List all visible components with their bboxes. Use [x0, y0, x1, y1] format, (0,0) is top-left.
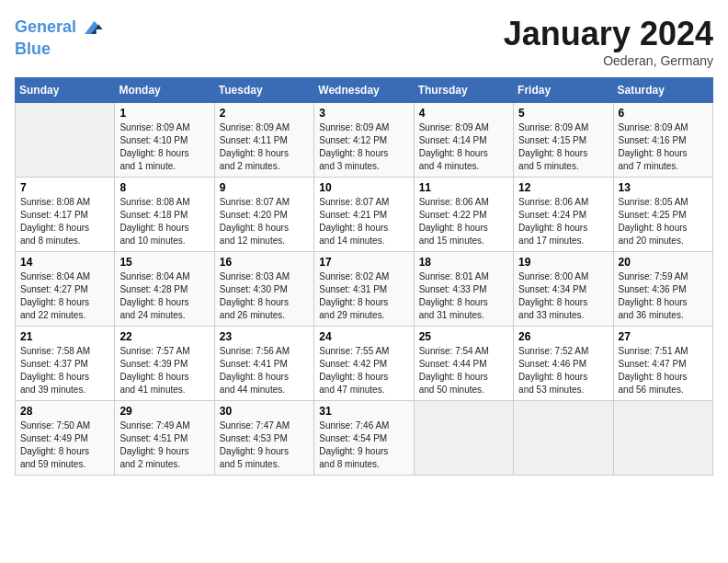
day-number: 26: [518, 330, 608, 343]
day-info: Sunrise: 7:55 AM Sunset: 4:42 PM Dayligh…: [319, 345, 408, 396]
day-info: Sunrise: 8:09 AM Sunset: 4:15 PM Dayligh…: [518, 121, 608, 173]
day-number: 24: [319, 330, 408, 343]
calendar-cell: 12Sunrise: 8:06 AM Sunset: 4:24 PM Dayli…: [514, 178, 613, 252]
day-number: 15: [119, 256, 209, 269]
calendar-table: SundayMondayTuesdayWednesdayThursdayFrid…: [15, 77, 713, 476]
day-number: 7: [20, 181, 109, 194]
day-info: Sunrise: 7:56 AM Sunset: 4:41 PM Dayligh…: [220, 345, 309, 396]
day-info: Sunrise: 7:52 AM Sunset: 4:46 PM Dayligh…: [518, 345, 608, 396]
calendar-cell: 27Sunrise: 7:51 AM Sunset: 4:47 PM Dayli…: [613, 327, 712, 401]
calendar-cell: 28Sunrise: 7:50 AM Sunset: 4:49 PM Dayli…: [16, 401, 115, 476]
day-number: 25: [419, 330, 508, 343]
logo-text: General: [15, 18, 76, 37]
calendar-cell: [514, 401, 613, 476]
calendar-cell: 16Sunrise: 8:03 AM Sunset: 4:30 PM Dayli…: [214, 252, 313, 327]
day-info: Sunrise: 8:08 AM Sunset: 4:18 PM Dayligh…: [119, 196, 209, 247]
calendar-cell: 22Sunrise: 7:57 AM Sunset: 4:39 PM Dayli…: [115, 327, 214, 401]
day-header-monday: Monday: [115, 78, 214, 103]
day-number: 27: [619, 330, 708, 343]
calendar-cell: 1Sunrise: 8:09 AM Sunset: 4:10 PM Daylig…: [115, 103, 214, 178]
day-number: 5: [518, 107, 608, 120]
day-number: 6: [619, 107, 708, 120]
day-number: 18: [419, 256, 508, 269]
day-info: Sunrise: 8:04 AM Sunset: 4:28 PM Dayligh…: [119, 270, 209, 322]
day-number: 8: [119, 181, 209, 194]
day-info: Sunrise: 7:54 AM Sunset: 4:44 PM Dayligh…: [419, 345, 508, 396]
page-header: General Blue January 2024 Oederan, Germa…: [15, 15, 713, 68]
day-header-tuesday: Tuesday: [214, 78, 313, 103]
day-number: 20: [619, 256, 708, 269]
calendar-cell: 6Sunrise: 8:09 AM Sunset: 4:16 PM Daylig…: [613, 103, 712, 178]
calendar-cell: 5Sunrise: 8:09 AM Sunset: 4:15 PM Daylig…: [514, 103, 613, 178]
day-info: Sunrise: 8:07 AM Sunset: 4:21 PM Dayligh…: [319, 196, 408, 247]
logo-icon: [78, 15, 104, 40]
day-info: Sunrise: 7:47 AM Sunset: 4:53 PM Dayligh…: [220, 419, 309, 471]
day-info: Sunrise: 8:01 AM Sunset: 4:33 PM Dayligh…: [419, 270, 508, 322]
logo: General Blue: [15, 15, 104, 59]
day-info: Sunrise: 7:46 AM Sunset: 4:54 PM Dayligh…: [319, 419, 408, 471]
day-info: Sunrise: 8:04 AM Sunset: 4:27 PM Dayligh…: [20, 270, 109, 322]
day-number: 10: [319, 181, 408, 194]
day-info: Sunrise: 8:09 AM Sunset: 4:12 PM Dayligh…: [319, 121, 408, 173]
day-number: 21: [20, 330, 109, 343]
day-number: 16: [220, 256, 309, 269]
day-number: 28: [20, 405, 109, 418]
day-info: Sunrise: 8:09 AM Sunset: 4:11 PM Dayligh…: [220, 121, 309, 173]
day-number: 11: [419, 181, 508, 194]
day-info: Sunrise: 8:03 AM Sunset: 4:30 PM Dayligh…: [220, 270, 309, 322]
day-info: Sunrise: 8:05 AM Sunset: 4:25 PM Dayligh…: [619, 196, 708, 247]
calendar-cell: [613, 401, 712, 476]
day-number: 23: [220, 330, 309, 343]
day-header-sunday: Sunday: [16, 78, 115, 103]
day-info: Sunrise: 7:50 AM Sunset: 4:49 PM Dayligh…: [20, 419, 109, 471]
day-info: Sunrise: 8:08 AM Sunset: 4:17 PM Dayligh…: [20, 196, 109, 247]
title-block: January 2024 Oederan, Germany: [504, 15, 713, 68]
day-number: 17: [319, 256, 408, 269]
day-info: Sunrise: 7:49 AM Sunset: 4:51 PM Dayligh…: [119, 419, 209, 471]
logo-blue-text: Blue: [15, 40, 104, 59]
day-info: Sunrise: 7:57 AM Sunset: 4:39 PM Dayligh…: [119, 345, 209, 396]
calendar-cell: [16, 103, 115, 178]
day-number: 14: [20, 256, 109, 269]
calendar-cell: 26Sunrise: 7:52 AM Sunset: 4:46 PM Dayli…: [514, 327, 613, 401]
day-number: 12: [518, 181, 608, 194]
day-header-wednesday: Wednesday: [314, 78, 414, 103]
day-header-thursday: Thursday: [414, 78, 513, 103]
day-info: Sunrise: 7:51 AM Sunset: 4:47 PM Dayligh…: [619, 345, 708, 396]
day-number: 22: [119, 330, 209, 343]
calendar-cell: 31Sunrise: 7:46 AM Sunset: 4:54 PM Dayli…: [314, 401, 414, 476]
calendar-cell: 7Sunrise: 8:08 AM Sunset: 4:17 PM Daylig…: [16, 178, 115, 252]
calendar-cell: 24Sunrise: 7:55 AM Sunset: 4:42 PM Dayli…: [314, 327, 414, 401]
day-number: 29: [119, 405, 209, 418]
calendar-cell: 20Sunrise: 7:59 AM Sunset: 4:36 PM Dayli…: [613, 252, 712, 327]
day-info: Sunrise: 8:06 AM Sunset: 4:22 PM Dayligh…: [419, 196, 508, 247]
day-info: Sunrise: 8:02 AM Sunset: 4:31 PM Dayligh…: [319, 270, 408, 322]
day-header-saturday: Saturday: [613, 78, 712, 103]
day-info: Sunrise: 8:00 AM Sunset: 4:34 PM Dayligh…: [518, 270, 608, 322]
day-number: 3: [319, 107, 408, 120]
day-info: Sunrise: 7:59 AM Sunset: 4:36 PM Dayligh…: [619, 270, 708, 322]
calendar-cell: 14Sunrise: 8:04 AM Sunset: 4:27 PM Dayli…: [16, 252, 115, 327]
calendar-cell: 11Sunrise: 8:06 AM Sunset: 4:22 PM Dayli…: [414, 178, 513, 252]
calendar-cell: 2Sunrise: 8:09 AM Sunset: 4:11 PM Daylig…: [214, 103, 313, 178]
day-number: 31: [319, 405, 408, 418]
calendar-cell: 19Sunrise: 8:00 AM Sunset: 4:34 PM Dayli…: [514, 252, 613, 327]
calendar-cell: 3Sunrise: 8:09 AM Sunset: 4:12 PM Daylig…: [314, 103, 414, 178]
calendar-cell: 18Sunrise: 8:01 AM Sunset: 4:33 PM Dayli…: [414, 252, 513, 327]
calendar-cell: 4Sunrise: 8:09 AM Sunset: 4:14 PM Daylig…: [414, 103, 513, 178]
calendar-cell: 8Sunrise: 8:08 AM Sunset: 4:18 PM Daylig…: [115, 178, 214, 252]
day-info: Sunrise: 7:58 AM Sunset: 4:37 PM Dayligh…: [20, 345, 109, 396]
calendar-cell: [414, 401, 513, 476]
calendar-cell: 10Sunrise: 8:07 AM Sunset: 4:21 PM Dayli…: [314, 178, 414, 252]
calendar-cell: 30Sunrise: 7:47 AM Sunset: 4:53 PM Dayli…: [214, 401, 313, 476]
calendar-cell: 25Sunrise: 7:54 AM Sunset: 4:44 PM Dayli…: [414, 327, 513, 401]
calendar-cell: 15Sunrise: 8:04 AM Sunset: 4:28 PM Dayli…: [115, 252, 214, 327]
day-number: 19: [518, 256, 608, 269]
day-header-friday: Friday: [514, 78, 613, 103]
day-info: Sunrise: 8:07 AM Sunset: 4:20 PM Dayligh…: [220, 196, 309, 247]
calendar-cell: 9Sunrise: 8:07 AM Sunset: 4:20 PM Daylig…: [214, 178, 313, 252]
day-number: 13: [619, 181, 708, 194]
calendar-cell: 29Sunrise: 7:49 AM Sunset: 4:51 PM Dayli…: [115, 401, 214, 476]
day-number: 9: [220, 181, 309, 194]
day-info: Sunrise: 8:09 AM Sunset: 4:10 PM Dayligh…: [119, 121, 209, 173]
